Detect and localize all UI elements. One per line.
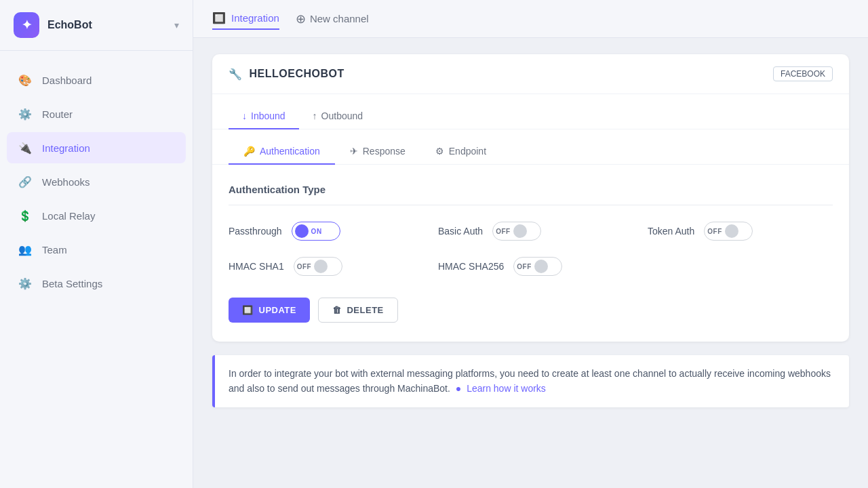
sidebar-header: ✦ EchoBot ▾ bbox=[0, 0, 193, 51]
content-area: 🔧 HELLOECHOBOT FACEBOOK ↓ Inbound ↑ Outb… bbox=[193, 38, 868, 488]
response-icon: ✈ bbox=[350, 146, 358, 157]
learn-how-label: Learn how it works bbox=[467, 383, 546, 394]
channel-badge: FACEBOOK bbox=[773, 66, 833, 81]
main-area: 🔲 Integration ⊕ New channel 🔧 HELLOECHOB… bbox=[193, 0, 868, 488]
basic-auth-toggle-state: OFF bbox=[496, 228, 511, 235]
toggle-dot bbox=[725, 224, 738, 238]
tab-endpoint[interactable]: ⚙ Endpoint bbox=[420, 139, 501, 165]
outbound-arrow-icon: ↑ bbox=[313, 110, 317, 121]
update-button[interactable]: 🔲 UPDATE bbox=[229, 298, 310, 323]
delete-button[interactable]: 🗑 DELETE bbox=[318, 298, 398, 323]
sidebar-nav: 🎨 Dashboard ⚙️ Router 🔌 Integration 🔗 We… bbox=[0, 51, 193, 312]
sidebar-item-local-relay-label: Local Relay bbox=[42, 210, 95, 222]
token-auth-label: Token Auth bbox=[648, 226, 694, 237]
tab-outbound-label: Outbound bbox=[321, 110, 363, 121]
sidebar-item-dashboard-label: Dashboard bbox=[42, 75, 92, 86]
update-label: UPDATE bbox=[259, 305, 296, 315]
passthrough-toggle[interactable]: ON bbox=[292, 222, 340, 241]
dashboard-icon: 🎨 bbox=[18, 73, 33, 87]
wrench-icon: 🔧 bbox=[229, 68, 243, 81]
channel-title: 🔧 HELLOECHOBOT bbox=[229, 68, 344, 81]
auth-content: Authentication Type Passthrough ON Basic… bbox=[212, 165, 849, 342]
basic-auth-label: Basic Auth bbox=[438, 226, 483, 237]
new-channel-label: New channel bbox=[310, 13, 369, 24]
hmac-sha256-toggle-state: OFF bbox=[517, 263, 532, 270]
app-logo: ✦ bbox=[14, 12, 39, 38]
tab-inbound-label: Inbound bbox=[251, 110, 285, 121]
channel-card: 🔧 HELLOECHOBOT FACEBOOK ↓ Inbound ↑ Outb… bbox=[212, 54, 849, 342]
local-relay-icon: 💲 bbox=[18, 208, 33, 223]
auth-grid: Passthrough ON Basic Auth OFF bbox=[229, 222, 833, 276]
auth-item-basic-auth: Basic Auth OFF bbox=[438, 222, 623, 241]
info-banner: In order to integrate your bot with exte… bbox=[212, 355, 849, 407]
tab-endpoint-label: Endpoint bbox=[449, 146, 486, 157]
basic-auth-toggle[interactable]: OFF bbox=[492, 222, 541, 241]
sidebar-item-team[interactable]: 👥 Team bbox=[7, 234, 186, 265]
channel-name: HELLOECHOBOT bbox=[250, 68, 344, 80]
tab-inbound[interactable]: ↓ Inbound bbox=[229, 104, 299, 129]
endpoint-icon: ⚙ bbox=[435, 146, 444, 157]
toggle-dot bbox=[534, 260, 548, 273]
inbound-arrow-icon: ↓ bbox=[242, 110, 247, 121]
channel-header: 🔧 HELLOECHOBOT FACEBOOK bbox=[212, 54, 849, 94]
hmac-sha1-toggle-state: OFF bbox=[297, 263, 312, 270]
sidebar-item-webhooks-label: Webhooks bbox=[42, 176, 90, 188]
topbar-integration[interactable]: 🔲 Integration bbox=[212, 7, 279, 30]
router-icon: ⚙️ bbox=[18, 106, 33, 121]
webhooks-icon: 🔗 bbox=[18, 174, 33, 189]
hmac-sha256-toggle[interactable]: OFF bbox=[513, 257, 562, 276]
delete-label: DELETE bbox=[347, 305, 383, 315]
info-banner-text: In order to integrate your bot with exte… bbox=[229, 366, 835, 396]
toggle-dot bbox=[295, 224, 309, 238]
topbar-integration-label: Integration bbox=[231, 12, 279, 24]
auth-item-passthrough: Passthrough ON bbox=[229, 222, 414, 241]
toggle-dot bbox=[513, 224, 527, 238]
learn-how-link[interactable]: ● Learn how it works bbox=[456, 383, 546, 394]
topbar: 🔲 Integration ⊕ New channel bbox=[193, 0, 868, 38]
tab-outbound[interactable]: ↑ Outbound bbox=[299, 104, 377, 129]
tab-authentication-label: Authentication bbox=[260, 146, 320, 157]
token-auth-toggle-state: OFF bbox=[707, 228, 722, 235]
tab-response[interactable]: ✈ Response bbox=[335, 139, 420, 165]
token-auth-toggle[interactable]: OFF bbox=[704, 222, 753, 241]
integration-topbar-icon: 🔲 bbox=[212, 12, 226, 24]
sidebar-item-webhooks[interactable]: 🔗 Webhooks bbox=[7, 166, 186, 197]
toggle-dot bbox=[314, 260, 328, 273]
add-channel-icon: ⊕ bbox=[296, 12, 306, 26]
integration-icon: 🔌 bbox=[18, 140, 33, 155]
sidebar-item-beta-settings-label: Beta Settings bbox=[42, 278, 102, 289]
sidebar-item-integration-label: Integration bbox=[42, 142, 90, 154]
tab-authentication[interactable]: 🔑 Authentication bbox=[229, 139, 335, 165]
auth-section-title: Authentication Type bbox=[229, 184, 833, 205]
action-buttons: 🔲 UPDATE 🗑 DELETE bbox=[229, 298, 833, 323]
sidebar-item-team-label: Team bbox=[42, 244, 67, 256]
sidebar-item-router[interactable]: ⚙️ Router bbox=[7, 98, 186, 129]
app-name: EchoBot bbox=[47, 19, 166, 31]
delete-icon: 🗑 bbox=[332, 305, 342, 315]
sidebar-item-integration[interactable]: 🔌 Integration bbox=[7, 132, 186, 163]
team-icon: 👥 bbox=[18, 242, 33, 257]
new-channel-button[interactable]: ⊕ New channel bbox=[296, 12, 369, 26]
sidebar-item-router-label: Router bbox=[42, 108, 73, 120]
sub-tabs: 🔑 Authentication ✈ Response ⚙ Endpoint bbox=[212, 129, 849, 165]
update-icon: 🔲 bbox=[242, 305, 254, 315]
hmac-sha256-label: HMAC SHA256 bbox=[438, 261, 504, 272]
sidebar-item-beta-settings[interactable]: ⚙️ Beta Settings bbox=[7, 268, 186, 299]
passthrough-toggle-state: ON bbox=[311, 228, 322, 235]
sidebar-item-dashboard[interactable]: 🎨 Dashboard bbox=[7, 64, 186, 96]
beta-settings-icon: ⚙️ bbox=[18, 276, 33, 291]
tab-response-label: Response bbox=[363, 146, 406, 157]
sidebar-item-local-relay[interactable]: 💲 Local Relay bbox=[7, 200, 186, 231]
auth-item-token-auth: Token Auth OFF bbox=[648, 222, 833, 241]
hmac-sha1-toggle[interactable]: OFF bbox=[294, 257, 342, 276]
circle-arrow-icon: ● bbox=[456, 383, 461, 394]
sidebar: ✦ EchoBot ▾ 🎨 Dashboard ⚙️ Router 🔌 Inte… bbox=[0, 0, 193, 488]
direction-tabs: ↓ Inbound ↑ Outbound bbox=[212, 94, 849, 129]
passthrough-label: Passthrough bbox=[229, 226, 282, 237]
chevron-down-icon[interactable]: ▾ bbox=[174, 20, 179, 30]
auth-item-hmac-sha256: HMAC SHA256 OFF bbox=[438, 257, 623, 276]
hmac-sha1-label: HMAC SHA1 bbox=[229, 261, 284, 272]
auth-item-hmac-sha1: HMAC SHA1 OFF bbox=[229, 257, 414, 276]
authentication-icon: 🔑 bbox=[243, 146, 255, 157]
